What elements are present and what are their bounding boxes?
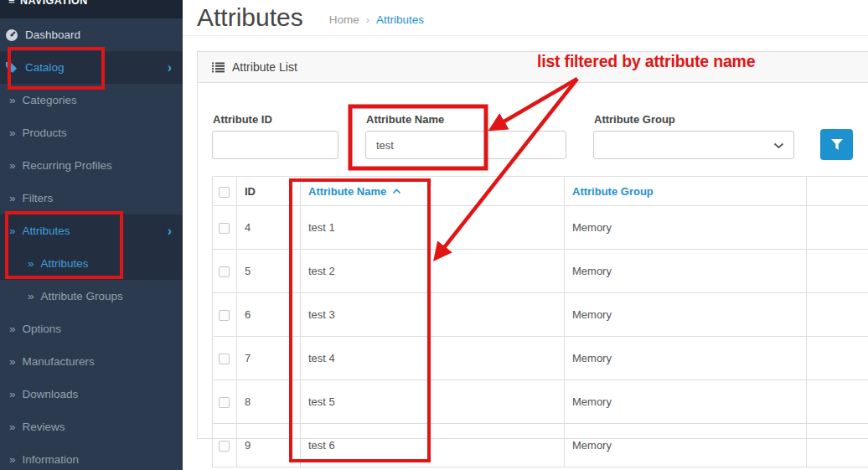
attribute-table-wrap: ID Attribute Name Attribute Group 4 test… xyxy=(212,176,868,467)
sidebar-item-label: Downloads xyxy=(23,388,79,400)
panel-title: Attribute List xyxy=(232,60,297,74)
panel-heading: Attribute List xyxy=(198,52,868,83)
sidebar-item-products[interactable]: » Products xyxy=(0,116,183,149)
sidebar-item-manufacturers[interactable]: » Manufacturers xyxy=(0,345,183,378)
cell-attribute-name: test 4 xyxy=(301,337,565,380)
cell-extra xyxy=(807,380,868,424)
cell-attribute-name: test 3 xyxy=(301,293,565,337)
sidebar: ≡NAVIGATION Dashboard Catalog › » Catego… xyxy=(0,0,183,470)
sidebar-item-options[interactable]: » Options xyxy=(0,312,183,345)
chevron-right-icon: › xyxy=(168,225,183,238)
cell-id: 7 xyxy=(237,337,301,380)
column-header-extra xyxy=(807,177,868,206)
cell-id: 8 xyxy=(237,380,301,424)
angle-double-right-icon: » xyxy=(9,127,16,139)
sidebar-item-information[interactable]: » Information xyxy=(0,443,183,470)
angle-double-right-icon: » xyxy=(28,290,34,302)
filter-button[interactable] xyxy=(820,129,853,160)
attribute-list-panel: Attribute List Attribute ID Attribute Na… xyxy=(197,51,868,439)
cell-extra xyxy=(807,293,868,337)
angle-double-right-icon: » xyxy=(9,94,16,106)
cell-extra xyxy=(807,424,868,467)
row-checkbox[interactable] xyxy=(219,223,230,234)
sidebar-item-label: Manufacturers xyxy=(23,355,95,368)
cell-attribute-group: Memory xyxy=(565,250,807,293)
sidebar-header: ≡NAVIGATION xyxy=(0,0,183,18)
row-checkbox[interactable] xyxy=(219,354,230,364)
cell-extra xyxy=(807,206,868,250)
sidebar-item-downloads[interactable]: » Downloads xyxy=(0,378,183,411)
sidebar-item-label: Catalog xyxy=(25,61,65,74)
list-icon xyxy=(212,62,225,73)
cell-id: 9 xyxy=(237,424,301,467)
cell-id: 5 xyxy=(237,250,301,293)
row-checkbox[interactable] xyxy=(219,310,230,321)
sidebar-item-recurring-profiles[interactable]: » Recurring Profiles xyxy=(0,149,183,182)
table-row: 6 test 3 Memory xyxy=(213,293,868,337)
filter-attribute-group-group: Attribute Group xyxy=(593,113,794,159)
dashboard-icon xyxy=(3,28,20,42)
cell-attribute-name: test 5 xyxy=(301,380,565,424)
cell-id: 6 xyxy=(237,293,301,337)
breadcrumb: Home › Attributes xyxy=(329,13,424,26)
table-header-row: ID Attribute Name Attribute Group xyxy=(213,177,868,206)
attribute-id-input[interactable] xyxy=(212,131,338,159)
angle-double-right-icon: » xyxy=(9,159,16,172)
cell-attribute-group: Memory xyxy=(565,293,807,337)
attribute-group-label: Attribute Group xyxy=(594,113,794,126)
cell-attribute-group: Memory xyxy=(565,206,807,250)
page-title: Attributes xyxy=(197,5,303,30)
filter-attribute-name-group: Attribute Name xyxy=(365,113,566,159)
cell-attribute-name: test 6 xyxy=(301,424,565,467)
cell-extra xyxy=(807,337,868,380)
sidebar-item-attributes-parent[interactable]: » Attributes › xyxy=(0,214,183,247)
main-content: Attributes Home › Attributes Attribute L… xyxy=(183,0,868,470)
chevron-down-icon xyxy=(773,142,784,149)
sidebar-item-filters[interactable]: » Filters xyxy=(0,182,183,214)
sidebar-item-reviews[interactable]: » Reviews xyxy=(0,411,183,443)
breadcrumb-current[interactable]: Attributes xyxy=(376,13,424,26)
column-header-id: ID xyxy=(237,177,301,206)
attribute-name-input[interactable] xyxy=(365,131,566,159)
sidebar-item-attribute-groups[interactable]: » Attribute Groups xyxy=(0,280,183,312)
sidebar-item-catalog[interactable]: Catalog › xyxy=(0,51,183,84)
cell-attribute-group: Memory xyxy=(565,380,807,424)
breadcrumb-home[interactable]: Home xyxy=(329,13,359,26)
angle-double-right-icon: » xyxy=(9,323,16,335)
sidebar-item-categories[interactable]: » Categories xyxy=(0,84,183,116)
angle-double-right-icon: » xyxy=(28,257,34,270)
angle-double-right-icon: » xyxy=(9,421,16,433)
row-checkbox[interactable] xyxy=(219,441,230,452)
sidebar-item-label: Reviews xyxy=(23,421,65,433)
sidebar-item-label: Information xyxy=(23,453,80,466)
select-all-checkbox[interactable] xyxy=(219,187,230,198)
angle-double-right-icon: » xyxy=(9,355,16,368)
angle-double-right-icon: » xyxy=(9,225,16,237)
attribute-table: ID Attribute Name Attribute Group 4 test… xyxy=(212,176,868,467)
column-header-attribute-group[interactable]: Attribute Group xyxy=(565,177,807,206)
sidebar-item-label: Recurring Profiles xyxy=(23,159,112,172)
attribute-name-label: Attribute Name xyxy=(366,113,566,126)
sidebar-item-label: Attributes xyxy=(41,257,89,270)
attribute-group-select[interactable] xyxy=(593,131,794,159)
sidebar-header-label: NAVIGATION xyxy=(20,0,88,7)
cell-attribute-group: Memory xyxy=(565,337,807,380)
sidebar-item-label: Products xyxy=(23,127,67,139)
angle-double-right-icon: » xyxy=(9,192,16,204)
sidebar-item-label: Attribute Groups xyxy=(41,290,123,302)
column-header-attribute-name[interactable]: Attribute Name xyxy=(301,177,565,206)
sidebar-item-dashboard[interactable]: Dashboard xyxy=(0,18,183,51)
sidebar-item-label: Attributes xyxy=(23,225,70,237)
cell-extra xyxy=(807,250,868,293)
tag-icon xyxy=(3,61,20,74)
sidebar-item-label: Dashboard xyxy=(25,28,80,41)
table-row: 8 test 5 Memory xyxy=(213,380,868,424)
sidebar-item-attributes[interactable]: » Attributes xyxy=(0,247,183,280)
row-checkbox[interactable] xyxy=(219,266,230,277)
cell-id: 4 xyxy=(237,206,301,250)
angle-double-right-icon: » xyxy=(9,453,16,466)
table-row: 5 test 2 Memory xyxy=(213,250,868,293)
cell-attribute-name: test 1 xyxy=(301,206,565,250)
sidebar-item-label: Categories xyxy=(23,94,77,106)
row-checkbox[interactable] xyxy=(219,397,230,408)
